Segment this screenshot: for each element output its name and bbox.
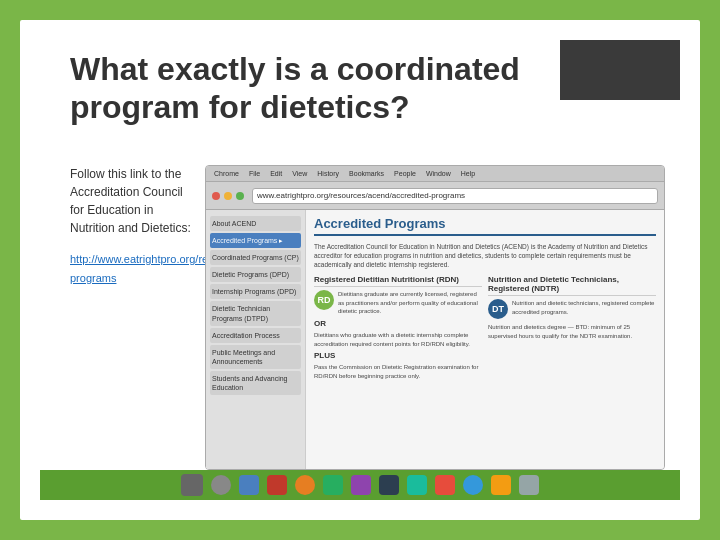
menu-bookmarks: Bookmarks [345,170,388,177]
browser-content-area: About ACEND Accredited Programs ▸ Coordi… [206,210,664,470]
rdn-extra-text: Dietitians who graduate with a dietetic … [314,331,482,348]
menu-window: Window [422,170,455,177]
slide-container: What exactly is a coordinated program fo… [0,0,720,540]
dock-icon-7[interactable] [351,475,371,495]
sidebar-about[interactable]: About ACEND [210,216,301,231]
page-intro: The Accreditation Council for Education … [314,242,656,269]
browser-nav-sidebar: About ACEND Accredited Programs ▸ Coordi… [206,210,306,470]
sidebar-meetings[interactable]: Public Meetings and Announcements [210,345,301,369]
rdn-text: Dietitians graduate are currently licens… [338,290,482,315]
dock-icon-10[interactable] [435,475,455,495]
ndtr-extra: Nutrition and dietetics degree — BTD: mi… [488,323,656,340]
browser-menu-bar: Chrome File Edit View History Bookmarks … [206,166,664,182]
slide-title: What exactly is a coordinated program fo… [70,50,540,127]
title-area: What exactly is a coordinated program fo… [70,50,540,135]
sidebar-technician[interactable]: Dietetic Technician Programs (DTPD) [210,301,301,325]
description-text: Follow this link to the Accreditation Co… [70,165,200,237]
columns-section: Registered Dietitian Nutritionist (RDN) … [314,275,656,380]
ndtr-icon: DT [488,299,508,319]
dock-bar [40,470,680,500]
dock-icon-2[interactable] [211,475,231,495]
dark-rectangle [560,40,680,100]
rdn-row: RD Dietitians graduate are currently lic… [314,290,482,315]
ndtr-text: Nutrition and dietetic technicians, regi… [512,299,656,316]
plus-label: PLUS [314,351,482,360]
left-text-column: Follow this link to the Accreditation Co… [70,165,200,286]
rdn-title: Registered Dietitian Nutritionist (RDN) [314,275,482,287]
dock-icon-4[interactable] [267,475,287,495]
sidebar-process[interactable]: Accreditation Process [210,328,301,343]
menu-history: History [313,170,343,177]
browser-main-content: Accredited Programs The Accreditation Co… [306,210,664,470]
ndtr-column: Nutrition and Dietetic Technicians, Regi… [488,275,656,380]
white-content-area: What exactly is a coordinated program fo… [20,20,700,520]
dock-icon-8[interactable] [379,475,399,495]
dock-icon-5[interactable] [295,475,315,495]
sidebar-dietetic[interactable]: Dietetic Programs (DPD) [210,267,301,282]
browser-chrome-bar: www.eatrightpro.org/resources/acend/accr… [206,182,664,210]
sidebar-internship[interactable]: Internship Programs (DPD) [210,284,301,299]
sidebar-accredited-programs[interactable]: Accredited Programs ▸ [210,233,301,248]
minimize-window-button[interactable] [224,192,232,200]
rdn-icon: RD [314,290,334,310]
menu-help: Help [457,170,479,177]
menu-chrome: Chrome [210,170,243,177]
dock-icon-13[interactable] [519,475,539,495]
dock-icon-1[interactable] [181,474,203,496]
dock-icon-12[interactable] [491,475,511,495]
page-heading: Accredited Programs [314,216,656,236]
sidebar-students[interactable]: Students and Advancing Education [210,371,301,395]
menu-people: People [390,170,420,177]
ndtr-row: DT Nutrition and dietetic technicians, r… [488,299,656,319]
rdn-plus-text: Pass the Commission on Dietetic Registra… [314,363,482,380]
menu-file: File [245,170,264,177]
ndtr-title: Nutrition and Dietetic Technicians, Regi… [488,275,656,296]
dock-icon-6[interactable] [323,475,343,495]
dock-icon-3[interactable] [239,475,259,495]
sidebar-coordinated[interactable]: Coordinated Programs (CP) [210,250,301,265]
address-bar[interactable]: www.eatrightpro.org/resources/acend/accr… [252,188,658,204]
maximize-window-button[interactable] [236,192,244,200]
dock-icon-11[interactable] [463,475,483,495]
rdn-column: Registered Dietitian Nutritionist (RDN) … [314,275,482,380]
menu-view: View [288,170,311,177]
or-label: OR [314,319,482,328]
browser-screenshot: Chrome File Edit View History Bookmarks … [205,165,665,470]
menu-edit: Edit [266,170,286,177]
close-window-button[interactable] [212,192,220,200]
dock-icon-9[interactable] [407,475,427,495]
